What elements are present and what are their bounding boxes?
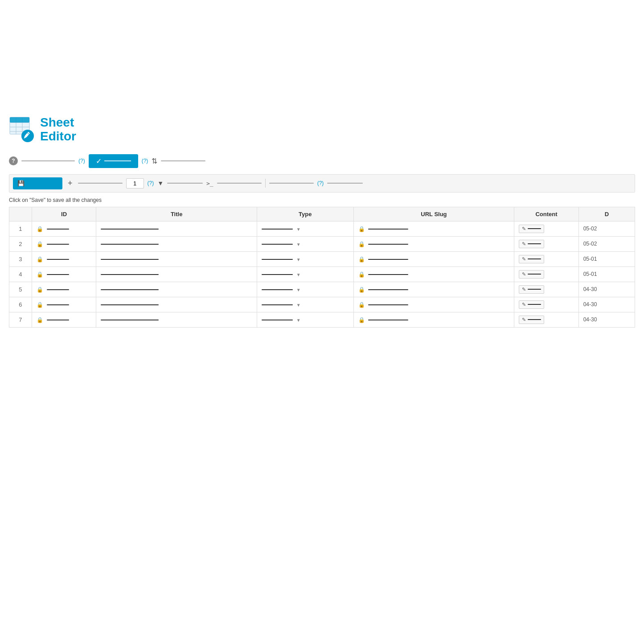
- cell-title[interactable]: [96, 221, 257, 236]
- title-value: [101, 274, 159, 275]
- cell-type[interactable]: ▼: [257, 312, 353, 327]
- cell-slug[interactable]: 🔒: [353, 221, 514, 236]
- lock-icon-slug: 🔒: [358, 302, 365, 308]
- help-badge-4[interactable]: (?): [317, 180, 324, 186]
- col-header-content[interactable]: Content: [514, 207, 578, 221]
- cell-content[interactable]: ✎: [514, 297, 578, 312]
- sort-icon[interactable]: ⇅: [152, 157, 157, 165]
- type-dropdown-icon[interactable]: ▼: [296, 227, 301, 232]
- cell-content[interactable]: ✎: [514, 236, 578, 251]
- content-line: [528, 243, 541, 244]
- cell-date: 05-01: [578, 267, 635, 282]
- cell-slug[interactable]: 🔒: [353, 236, 514, 251]
- cell-type[interactable]: ▼: [257, 267, 353, 282]
- content-edit-button[interactable]: ✎: [519, 300, 544, 309]
- cell-content[interactable]: ✎: [514, 251, 578, 267]
- id-value: [47, 259, 69, 260]
- id-value: [47, 274, 69, 275]
- check-button[interactable]: ✓: [89, 154, 138, 168]
- col-header-slug[interactable]: URL Slug: [353, 207, 514, 221]
- type-dropdown-icon[interactable]: ▼: [296, 318, 301, 323]
- cell-id[interactable]: 🔒: [32, 236, 96, 251]
- save-label-line: [27, 183, 58, 184]
- type-value: [262, 289, 293, 290]
- save-button[interactable]: 💾: [13, 177, 62, 189]
- id-value: [47, 289, 69, 290]
- lock-icon: 🔒: [37, 241, 43, 247]
- content-line: [528, 289, 541, 290]
- cell-title[interactable]: [96, 236, 257, 251]
- col-header-type[interactable]: Type: [257, 207, 353, 221]
- cell-slug[interactable]: 🔒: [353, 267, 514, 282]
- help-badge-1[interactable]: (?): [78, 158, 85, 164]
- cell-content[interactable]: ✎: [514, 282, 578, 297]
- logo-line1: Sheet: [40, 116, 76, 130]
- type-dropdown-icon[interactable]: ▼: [296, 242, 301, 247]
- cell-title[interactable]: [96, 297, 257, 312]
- lock-icon: 🔒: [37, 226, 43, 232]
- col-header-id[interactable]: ID: [32, 207, 96, 221]
- help-circle-icon[interactable]: ?: [9, 156, 18, 165]
- data-table: ID Title Type URL Slug Content D 1 🔒 ▼ 🔒: [9, 207, 635, 328]
- cell-id[interactable]: 🔒: [32, 251, 96, 267]
- cell-content[interactable]: ✎: [514, 221, 578, 236]
- lock-icon-slug: 🔒: [358, 256, 365, 263]
- slug-value: [368, 274, 408, 275]
- lock-icon-slug: 🔒: [358, 226, 365, 232]
- cell-id[interactable]: 🔒: [32, 297, 96, 312]
- cell-type[interactable]: ▼: [257, 236, 353, 251]
- cell-slug[interactable]: 🔒: [353, 282, 514, 297]
- cell-title[interactable]: [96, 251, 257, 267]
- type-dropdown-icon[interactable]: ▼: [296, 303, 301, 308]
- col-header-title[interactable]: Title: [96, 207, 257, 221]
- content-edit-button[interactable]: ✎: [519, 240, 544, 248]
- lock-icon: 🔒: [37, 317, 43, 323]
- type-value: [262, 244, 293, 245]
- lock-icon-slug: 🔒: [358, 287, 365, 293]
- cell-id[interactable]: 🔒: [32, 282, 96, 297]
- slug-value: [368, 289, 408, 290]
- cell-id[interactable]: 🔒: [32, 221, 96, 236]
- cell-id[interactable]: 🔒: [32, 267, 96, 282]
- table-row: 3 🔒 ▼ 🔒 ✎ 05-01: [9, 251, 635, 267]
- page-number-input[interactable]: [126, 178, 144, 189]
- cell-type[interactable]: ▼: [257, 251, 353, 267]
- type-dropdown-icon[interactable]: ▼: [296, 257, 301, 262]
- cell-slug[interactable]: 🔒: [353, 312, 514, 327]
- lock-icon-slug: 🔒: [358, 271, 365, 278]
- filter-icon[interactable]: ▼: [157, 180, 164, 187]
- content-edit-button[interactable]: ✎: [519, 270, 544, 279]
- cell-slug[interactable]: 🔒: [353, 251, 514, 267]
- cell-title[interactable]: [96, 282, 257, 297]
- title-value: [101, 259, 159, 260]
- content-edit-button[interactable]: ✎: [519, 225, 544, 233]
- lock-icon: 🔒: [37, 256, 43, 263]
- type-value: [262, 304, 293, 305]
- cell-type[interactable]: ▼: [257, 297, 353, 312]
- add-row-button[interactable]: +: [66, 179, 74, 188]
- content-edit-button[interactable]: ✎: [519, 316, 544, 324]
- type-dropdown-icon[interactable]: ▼: [296, 272, 301, 277]
- content-edit-button[interactable]: ✎: [519, 255, 544, 263]
- col-header-num: [9, 207, 32, 221]
- type-dropdown-icon[interactable]: ▼: [296, 287, 301, 292]
- cell-title[interactable]: [96, 312, 257, 327]
- cell-id[interactable]: 🔒: [32, 312, 96, 327]
- content-edit-button[interactable]: ✎: [519, 285, 544, 294]
- help-badge-3[interactable]: (?): [148, 180, 154, 186]
- cell-content[interactable]: ✎: [514, 267, 578, 282]
- cell-slug[interactable]: 🔒: [353, 297, 514, 312]
- col-header-date[interactable]: D: [578, 207, 635, 221]
- slug-value: [368, 259, 408, 260]
- cell-title[interactable]: [96, 267, 257, 282]
- dash-separator-1: [21, 160, 75, 161]
- cell-content[interactable]: ✎: [514, 312, 578, 327]
- code-icon[interactable]: >_: [206, 180, 213, 187]
- cell-type[interactable]: ▼: [257, 221, 353, 236]
- help-badge-2[interactable]: (?): [142, 158, 148, 164]
- dash-separator-4: [167, 183, 203, 184]
- cell-type[interactable]: ▼: [257, 282, 353, 297]
- table-row: 6 🔒 ▼ 🔒 ✎ 04-30: [9, 297, 635, 312]
- id-value: [47, 244, 69, 245]
- lock-icon: 🔒: [37, 287, 43, 293]
